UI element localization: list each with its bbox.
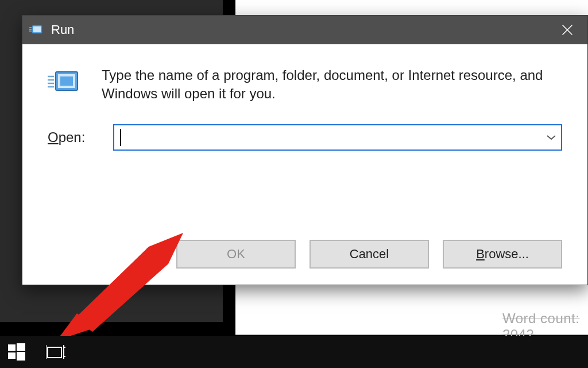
titlebar[interactable]: Run — [22, 16, 587, 44]
window-title: Run — [51, 22, 547, 37]
text-cursor — [120, 129, 121, 146]
desktop-background: Word count: 2042 Run — [0, 0, 588, 368]
dialog-client-area: Type the name of a program, folder, docu… — [22, 44, 587, 285]
run-icon — [29, 24, 43, 36]
ok-button[interactable]: OK — [176, 240, 296, 269]
task-view-button[interactable] — [46, 344, 65, 360]
browse-button[interactable]: Browse... — [443, 240, 562, 269]
browse-button-label: Browse... — [476, 247, 529, 262]
cancel-button[interactable]: Cancel — [310, 240, 429, 269]
run-dialog-window: Run Type the name of a program, folder, — [22, 15, 588, 285]
cancel-button-label: Cancel — [350, 247, 389, 262]
chevron-down-icon[interactable] — [541, 134, 561, 141]
task-view-icon — [46, 344, 65, 360]
close-button[interactable] — [547, 16, 587, 44]
svg-rect-1 — [33, 26, 41, 32]
close-icon — [561, 24, 574, 36]
dialog-description: Type the name of a program, folder, docu… — [102, 66, 561, 103]
start-button[interactable] — [8, 343, 25, 361]
svg-rect-9 — [8, 352, 16, 359]
svg-rect-8 — [17, 343, 25, 351]
svg-rect-10 — [17, 352, 25, 361]
svg-rect-11 — [48, 347, 61, 358]
ok-button-label: OK — [227, 247, 245, 262]
taskbar[interactable] — [0, 336, 588, 368]
svg-rect-4 — [60, 76, 73, 86]
open-combobox[interactable] — [113, 124, 562, 151]
open-label: Open: — [48, 129, 97, 145]
dialog-button-row: OK Cancel Browse... — [176, 240, 562, 269]
open-input[interactable] — [114, 125, 541, 150]
svg-rect-7 — [8, 344, 16, 351]
windows-logo-icon — [8, 343, 25, 361]
run-large-icon — [48, 70, 80, 95]
